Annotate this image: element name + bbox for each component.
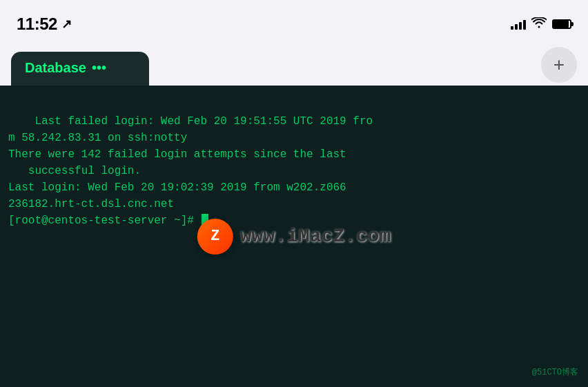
- tab-area: Database ••• +: [0, 41, 588, 86]
- status-bar: 11:52 ↗: [0, 0, 588, 41]
- terminal-line4: successful login.: [8, 165, 141, 177]
- terminal-line6: 236182.hrt-ct.dsl.cnc.net: [8, 198, 174, 210]
- status-time: 11:52 ↗: [17, 14, 71, 34]
- status-icons: [511, 17, 571, 32]
- terminal-line1: Last failed login: Wed Feb 20 19:51:55 U…: [35, 115, 373, 128]
- battery-icon: [552, 19, 571, 29]
- signal-icon: [511, 19, 526, 30]
- wifi-icon: [531, 17, 547, 32]
- terminal-prompt: [root@centos-test-server ~]#: [8, 215, 200, 227]
- tab-dots: •••: [92, 60, 106, 76]
- location-arrow-icon: ↗: [61, 17, 72, 32]
- add-tab-button[interactable]: +: [541, 47, 577, 83]
- tab-label: Database: [25, 60, 86, 76]
- terminal-line3: There were 142 failed login attempts sin…: [8, 148, 346, 161]
- plus-icon: +: [553, 54, 565, 76]
- terminal-cursor: [202, 214, 208, 228]
- time-display: 11:52: [17, 14, 57, 34]
- attribution-text: @51CTO博客: [532, 366, 578, 379]
- terminal-line5: Last login: Wed Feb 20 19:02:39 2019 fro…: [8, 181, 346, 194]
- database-tab[interactable]: Database •••: [11, 52, 149, 86]
- terminal-area[interactable]: Last failed login: Wed Feb 20 19:51:55 U…: [0, 86, 588, 387]
- terminal-line2: m 58.242.83.31 on ssh:notty: [8, 132, 187, 144]
- terminal-output: Last failed login: Wed Feb 20 19:51:55 U…: [8, 97, 580, 246]
